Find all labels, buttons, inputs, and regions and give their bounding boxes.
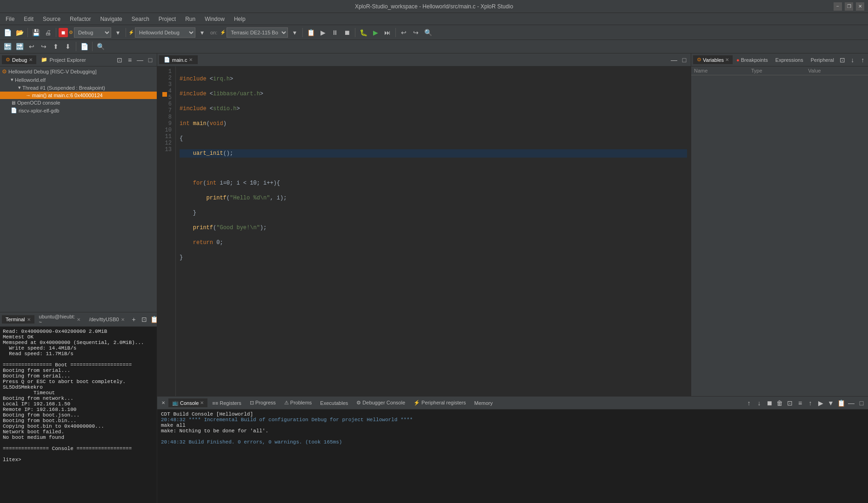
console-btn-2[interactable]: ↓: [754, 398, 764, 408]
tab-ubuntu[interactable]: ubuntu@hieubt: ~ ✕: [35, 312, 85, 326]
editor-area[interactable]: 1 2 3 4 5 6 7 8 9 10 11 12 13 #inc: [157, 66, 691, 396]
tb2-btn-6[interactable]: ⬇: [62, 41, 73, 52]
run-config-dropdown[interactable]: Helloworld Debug: [135, 27, 195, 38]
editor-maximize[interactable]: □: [680, 55, 689, 65]
tab-debug[interactable]: ⚙ Debug ✕: [2, 55, 36, 64]
menu-help[interactable]: Help: [230, 15, 249, 23]
tree-item-elf[interactable]: ▾ Helloworld.elf: [0, 76, 157, 84]
tab-registers[interactable]: ≡≡ Registers: [208, 399, 245, 407]
tree-item-gdb[interactable]: 📄 riscv-xplor-elf-gdb: [0, 106, 157, 114]
tab-breakpoints[interactable]: ● Breakpoints: [733, 56, 772, 64]
left-panel-btn-1[interactable]: ⊡: [115, 55, 124, 65]
run-config-arrow[interactable]: ▾: [196, 27, 207, 38]
close-button[interactable]: ✕: [856, 2, 864, 11]
console-btn-7[interactable]: ↑: [806, 398, 815, 408]
terminal-btn-1[interactable]: +: [129, 315, 139, 324]
minimize-button[interactable]: −: [834, 2, 842, 11]
tab-terminal[interactable]: Terminal ✕: [2, 315, 34, 324]
tab-memory[interactable]: Memory: [471, 399, 497, 407]
tb2-btn-2[interactable]: 🔜: [14, 41, 25, 52]
left-panel-minimize[interactable]: —: [135, 55, 145, 65]
terminal-content[interactable]: Read: 0x40000000-0x40200000 2.0MiB Memte…: [0, 327, 157, 503]
code-editor[interactable]: #include <irq.h> #include <libbase/uart.…: [176, 66, 691, 396]
vars-btn-2[interactable]: ↓: [848, 55, 857, 65]
ubuntu-tab-close[interactable]: ✕: [77, 317, 80, 322]
tab-peripheral-registers[interactable]: ⚡ Peripheral registers: [410, 398, 469, 407]
vars-tab-close[interactable]: ✕: [725, 57, 729, 62]
tree-item-root[interactable]: ⚙ Helloworld Debug [RISC-V Debugging]: [0, 67, 157, 76]
open-button[interactable]: 📂: [14, 27, 25, 38]
menu-navigate[interactable]: Navigate: [96, 15, 126, 23]
menu-file[interactable]: File: [2, 15, 18, 23]
toolbar-btn-4[interactable]: ⏹: [341, 27, 353, 38]
terminal-tab-close[interactable]: ✕: [27, 317, 31, 322]
toolbar-btn-1[interactable]: 📋: [305, 27, 316, 38]
tree-item-openocd[interactable]: 🖥 OpenOCD console: [0, 99, 157, 106]
toolbar-btn-7[interactable]: ⏭: [382, 27, 393, 38]
debug-config-dropdown-arrow[interactable]: ▾: [112, 27, 123, 38]
terminal-btn-3[interactable]: 📋: [150, 315, 157, 324]
console-tab-close[interactable]: ✕: [200, 400, 204, 405]
toolbar-btn-8[interactable]: ↩: [398, 27, 409, 38]
restore-button[interactable]: ❐: [845, 2, 853, 11]
console-minimize[interactable]: —: [847, 398, 856, 408]
search-button[interactable]: 🔍: [95, 41, 106, 52]
vars-btn-1[interactable]: ⊡: [838, 55, 847, 65]
console-btn-6[interactable]: ≡: [795, 398, 805, 408]
left-panel-btn-2[interactable]: ≡: [125, 55, 134, 65]
terminal-btn-2[interactable]: ⊡: [140, 315, 149, 324]
tab-progress[interactable]: ⊡ Progress: [246, 398, 280, 407]
debug-config-dropdown[interactable]: Debug: [74, 27, 111, 38]
stop-build-button[interactable]: ■: [59, 28, 68, 37]
tb2-btn-7[interactable]: 📄: [79, 41, 90, 52]
tab-console[interactable]: 📺 Console ✕: [168, 398, 207, 407]
menu-project[interactable]: Project: [155, 15, 180, 23]
run-button[interactable]: ▶: [370, 27, 381, 38]
toolbar-btn-3[interactable]: ⏸: [329, 27, 341, 38]
menu-search[interactable]: Search: [128, 15, 153, 23]
left-panel-maximize[interactable]: □: [146, 55, 155, 65]
console-btn-10[interactable]: 📋: [836, 398, 846, 408]
tb2-btn-1[interactable]: 🔙: [2, 41, 13, 52]
tab-main-c[interactable]: 📄 main.c ✕: [159, 55, 198, 64]
menu-refactor[interactable]: Refactor: [66, 15, 94, 23]
console-btn-8[interactable]: ▶: [816, 398, 825, 408]
toolbar-btn-2[interactable]: ▶: [317, 27, 328, 38]
target-arrow[interactable]: ▾: [289, 27, 300, 38]
toolbar-btn-9[interactable]: ↪: [410, 27, 421, 38]
menu-window[interactable]: Window: [201, 15, 228, 23]
editor-minimize[interactable]: —: [669, 55, 679, 65]
new-button[interactable]: 📄: [2, 27, 13, 38]
print-button[interactable]: 🖨: [42, 27, 53, 38]
console-btn-5[interactable]: ⊡: [785, 398, 795, 408]
console-close-all[interactable]: ✕: [159, 399, 167, 407]
target-dropdown[interactable]: Terrasic DE2-115 Bo: [227, 27, 288, 38]
tab-executables[interactable]: Executables: [316, 399, 352, 407]
vars-btn-3[interactable]: ↑: [858, 55, 868, 65]
tab-variables[interactable]: ⚙ Variables ✕: [693, 55, 733, 64]
tab-project-explorer[interactable]: 📁 Project Explorer: [37, 55, 89, 64]
console-btn-1[interactable]: ↑: [744, 398, 754, 408]
tab-expressions[interactable]: Expressions: [772, 56, 807, 64]
toolbar-btn-10[interactable]: 🔍: [422, 27, 434, 38]
tb2-btn-4[interactable]: ↪: [38, 41, 49, 52]
console-btn-3[interactable]: ⏹: [765, 398, 774, 408]
ttyusb-tab-close[interactable]: ✕: [121, 317, 125, 322]
menu-run[interactable]: Run: [181, 15, 199, 23]
toolbar-btn-5[interactable]: 🐛: [358, 27, 369, 38]
tab-ttyusb[interactable]: /dev/ttyUSB0 ✕: [85, 315, 128, 324]
save-button[interactable]: 💾: [30, 27, 41, 38]
tab-peripheral[interactable]: Peripheral: [807, 56, 838, 64]
tree-item-frame[interactable]: → main() at main.c:6 0x40000124: [0, 92, 157, 99]
console-btn-9[interactable]: ▼: [826, 398, 835, 408]
main-c-close[interactable]: ✕: [189, 57, 193, 62]
tab-problems[interactable]: ⚠ Problems: [280, 398, 316, 407]
console-maximize[interactable]: □: [857, 398, 866, 408]
debug-tab-close[interactable]: ✕: [29, 57, 33, 62]
tab-debugger-console[interactable]: ⚙ Debugger Console: [353, 398, 409, 407]
tb2-btn-5[interactable]: ⬆: [50, 41, 61, 52]
tree-item-thread[interactable]: ▾ Thread #1 (Suspended : Breakpoint): [0, 84, 157, 92]
menu-edit[interactable]: Edit: [20, 15, 37, 23]
console-btn-4[interactable]: 🗑: [775, 398, 784, 408]
menu-source[interactable]: Source: [39, 15, 64, 23]
